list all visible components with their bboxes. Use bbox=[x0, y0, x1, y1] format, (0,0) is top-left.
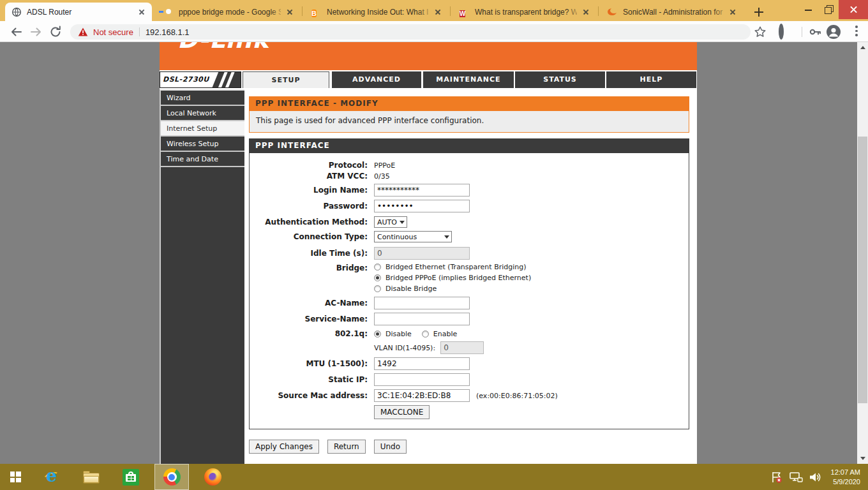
tab-adsl-router[interactable]: ADSL Router bbox=[5, 3, 152, 21]
sonicwall-icon bbox=[608, 7, 618, 17]
tab-networking-inside-out[interactable]: Networking Inside Out: What Is bbox=[305, 3, 448, 21]
chevron-down-icon bbox=[444, 235, 449, 239]
chevron-down-icon bbox=[400, 221, 405, 224]
google-icon bbox=[163, 7, 174, 17]
undo-button[interactable]: Undo bbox=[374, 440, 407, 454]
bridge-option-ethernet[interactable]: Bridged Ethernet (Transparent Bridging) bbox=[374, 263, 531, 271]
radio-icon[interactable] bbox=[374, 285, 381, 292]
new-tab-button[interactable] bbox=[751, 4, 767, 20]
restore-button[interactable] bbox=[819, 0, 839, 19]
system-tray: 12:07 AM 5/9/2020 bbox=[768, 468, 868, 486]
bridge-option-disable[interactable]: Disable Bridge bbox=[374, 285, 531, 293]
tab-close-icon[interactable] bbox=[137, 7, 147, 17]
login-name-input[interactable] bbox=[374, 184, 470, 197]
volume-icon[interactable] bbox=[807, 469, 823, 486]
tab-close-icon[interactable] bbox=[285, 7, 295, 17]
sidebar-item-time-and-date[interactable]: Time and Date bbox=[161, 152, 244, 167]
scroll-down-icon[interactable] bbox=[857, 453, 868, 464]
radio-icon[interactable] bbox=[374, 264, 381, 271]
auth-method-select[interactable]: AUTO bbox=[374, 216, 407, 228]
url-text[interactable]: 192.168.1.1 bbox=[146, 27, 190, 37]
sidebar-item-wizard[interactable]: Wizard bbox=[161, 91, 244, 106]
ac-name-input[interactable] bbox=[374, 297, 470, 309]
bridge-option-pppoe[interactable]: Bridged PPPoE (implies Bridged Ethernet) bbox=[374, 274, 531, 282]
scrollbar-thumb[interactable] bbox=[858, 137, 867, 403]
sidebar-item-internet-setup[interactable]: Internet Setup bbox=[161, 121, 244, 137]
tab-sonicwall[interactable]: SonicWall - Administration for bbox=[601, 3, 743, 21]
scroll-up-icon[interactable] bbox=[857, 42, 868, 53]
start-button[interactable] bbox=[0, 464, 31, 490]
apply-changes-button[interactable]: Apply Changes bbox=[249, 440, 319, 454]
taskbar-file-explorer[interactable] bbox=[77, 464, 106, 490]
dot1q-option-enable[interactable]: Enable bbox=[422, 330, 457, 338]
taskbar: e 12:07 AM 5/9/2020 bbox=[0, 464, 868, 490]
blogger-icon bbox=[311, 7, 322, 17]
back-icon[interactable] bbox=[8, 24, 24, 40]
taskbar-internet-explorer[interactable]: e bbox=[37, 464, 66, 490]
radio-icon[interactable] bbox=[422, 330, 429, 338]
service-name-input[interactable] bbox=[374, 313, 470, 325]
tab-title-fade bbox=[714, 5, 728, 19]
dot1q-option-disable[interactable]: Disable bbox=[374, 330, 412, 338]
connection-type-select[interactable]: Continuous bbox=[374, 231, 452, 242]
mtu-label: MTU (1-1500): bbox=[250, 359, 374, 368]
macclone-button[interactable]: MACCLONE bbox=[374, 405, 430, 419]
radio-checked-icon[interactable] bbox=[374, 274, 381, 281]
tab-setup[interactable]: SETUP bbox=[243, 71, 329, 88]
extension-icon[interactable] bbox=[779, 26, 793, 40]
atm-vcc-value: 0/35 bbox=[374, 172, 390, 181]
tab-close-icon[interactable] bbox=[433, 7, 443, 17]
forward-icon[interactable] bbox=[28, 24, 45, 40]
profile-avatar[interactable] bbox=[826, 24, 840, 38]
microsoft-store-icon bbox=[123, 469, 139, 486]
sidebar-item-wireless-setup[interactable]: Wireless Setup bbox=[161, 137, 244, 152]
dot1q-label: 802.1q: bbox=[250, 329, 374, 338]
tab-close-icon[interactable] bbox=[581, 7, 591, 17]
webopedia-icon bbox=[460, 7, 470, 17]
taskbar-microsoft-store[interactable] bbox=[116, 464, 146, 490]
minimize-button[interactable] bbox=[799, 0, 818, 19]
password-input[interactable] bbox=[374, 200, 470, 212]
vertical-scrollbar[interactable] bbox=[857, 42, 868, 464]
browser-viewport: D-Link DSL-2730U SETUP ADVANCED MAINTENA… bbox=[0, 42, 868, 464]
static-ip-input[interactable] bbox=[374, 373, 470, 386]
toolbar-separator bbox=[802, 27, 802, 37]
firefox-icon bbox=[204, 468, 221, 486]
tab-separator bbox=[598, 6, 599, 16]
radio-checked-icon[interactable] bbox=[374, 330, 381, 338]
router-nav-row: DSL-2730U SETUP ADVANCED MAINTENANCE STA… bbox=[160, 70, 697, 89]
section-title: PPP INTERFACE bbox=[249, 138, 689, 153]
tab-advanced[interactable]: ADVANCED bbox=[332, 71, 421, 88]
bookmark-star-icon[interactable] bbox=[753, 25, 767, 39]
close-window-button[interactable] bbox=[839, 0, 868, 19]
mac-format-hint: (ex:00:E0:86:71:05:02) bbox=[476, 392, 558, 400]
tab-title-fade bbox=[419, 5, 433, 19]
reload-icon[interactable] bbox=[47, 24, 64, 40]
not-secure-label: Not secure bbox=[93, 27, 133, 37]
not-secure-warning-icon[interactable] bbox=[78, 27, 88, 36]
page-description: This page is used for advanced PPP inter… bbox=[249, 111, 689, 133]
internet-explorer-icon: e bbox=[43, 468, 61, 486]
address-bar[interactable]: Not secure 192.168.1.1 bbox=[70, 24, 751, 40]
sidebar-item-local-network[interactable]: Local Network bbox=[161, 106, 244, 121]
return-button[interactable]: Return bbox=[327, 440, 366, 454]
source-mac-input[interactable] bbox=[374, 389, 470, 402]
tab-pppoe-bridge-mode[interactable]: pppoe bridge mode - Google Se bbox=[157, 3, 300, 21]
taskbar-firefox[interactable] bbox=[198, 464, 227, 490]
windows-logo-icon bbox=[10, 471, 21, 482]
tab-help[interactable]: HELP bbox=[606, 71, 696, 88]
bridge-label: Bridge: bbox=[250, 263, 374, 272]
form-actions: Apply Changes Return Undo bbox=[249, 440, 689, 454]
password-key-icon[interactable] bbox=[808, 25, 822, 39]
browser-menu-icon[interactable] bbox=[855, 26, 858, 38]
network-icon[interactable] bbox=[788, 469, 804, 486]
tab-transparent-bridge[interactable]: What is transparent bridge? We bbox=[453, 3, 596, 21]
tab-close-icon[interactable] bbox=[728, 7, 738, 17]
dlink-logo: D-Link bbox=[177, 42, 269, 54]
tab-status[interactable]: STATUS bbox=[515, 71, 605, 88]
tab-maintenance[interactable]: MAINTENANCE bbox=[423, 71, 514, 88]
taskbar-clock[interactable]: 12:07 AM 5/9/2020 bbox=[826, 468, 864, 486]
taskbar-chrome[interactable] bbox=[154, 464, 189, 490]
mtu-input[interactable] bbox=[374, 357, 470, 370]
action-center-flag-icon[interactable] bbox=[768, 469, 785, 486]
